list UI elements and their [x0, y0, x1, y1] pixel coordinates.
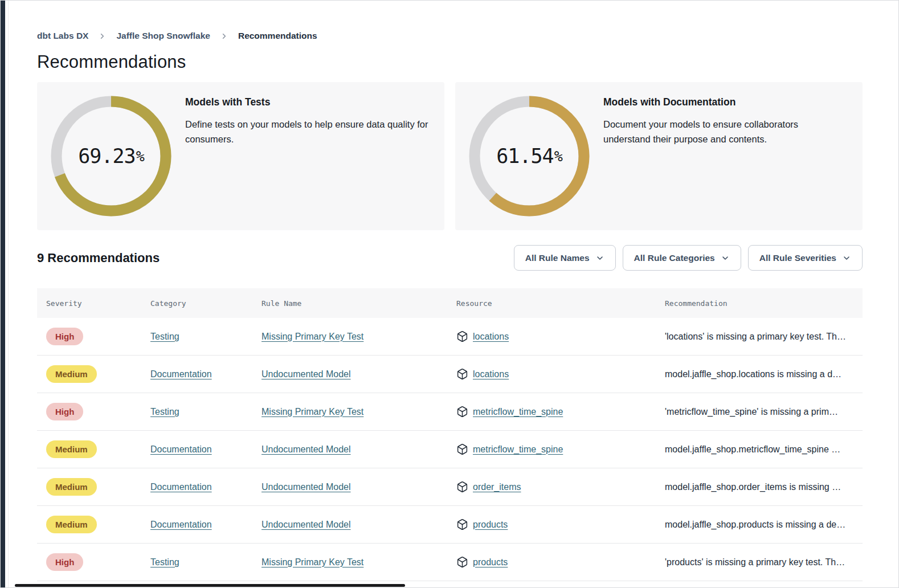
severity-badge: Medium — [46, 516, 97, 533]
category-link[interactable]: Testing — [150, 407, 179, 416]
recommendations-table: Severity Category Rule Name Resource Rec… — [37, 288, 863, 581]
category-link[interactable]: Testing — [150, 332, 179, 341]
recommendation-text: model.jaffle_shop.metricflow_time_spine … — [665, 444, 853, 455]
rule-name-link[interactable]: Undocumented Model — [261, 444, 351, 454]
card-title: Models with Tests — [185, 96, 431, 108]
card-text: Models with Documentation Document your … — [603, 82, 863, 147]
filter-rule-names[interactable]: All Rule Names — [514, 245, 616, 271]
card-description: Define tests on your models to help ensu… — [185, 117, 431, 147]
resource-link[interactable]: products — [473, 520, 508, 530]
recommendation-text: model.jaffle_shop.order_items is missing… — [665, 482, 853, 492]
severity-badge: Medium — [46, 440, 97, 458]
col-rule-name: Rule Name — [261, 299, 456, 308]
main-content: dbt Labs DX Jaffle Shop Snowflake Recomm… — [9, 31, 898, 581]
rule-name-link[interactable]: Missing Primary Key Test — [261, 557, 363, 567]
model-cube-icon — [456, 443, 468, 455]
breadcrumb-project[interactable]: dbt Labs DX — [37, 31, 88, 41]
breadcrumb: dbt Labs DX Jaffle Shop Snowflake Recomm… — [37, 31, 863, 41]
category-link[interactable]: Documentation — [150, 482, 212, 492]
donut-chart-documentation: 61.54% — [469, 96, 590, 217]
rule-name-link[interactable]: Undocumented Model — [261, 482, 351, 492]
card-description: Document your models to ensure collabora… — [603, 117, 817, 147]
breadcrumb-environment[interactable]: Jaffle Shop Snowflake — [116, 31, 210, 41]
severity-badge: High — [46, 403, 83, 420]
severity-badge: Medium — [46, 365, 97, 383]
card-text: Models with Tests Define tests on your m… — [185, 82, 444, 147]
donut-percent-label: 61.54% — [469, 96, 590, 217]
resource-link[interactable]: products — [473, 557, 508, 567]
col-resource: Resource — [456, 299, 665, 308]
model-cube-icon — [456, 330, 468, 342]
donut-chart-tests: 69.23% — [51, 96, 171, 217]
card-models-with-documentation: 61.54% Models with Documentation Documen… — [455, 82, 863, 230]
category-link[interactable]: Documentation — [150, 520, 212, 529]
severity-badge: High — [46, 328, 83, 345]
card-models-with-tests: 69.23% Models with Tests Define tests on… — [37, 82, 444, 230]
filter-rule-categories[interactable]: All Rule Categories — [623, 245, 741, 271]
filter-label: All Rule Severities — [759, 253, 836, 263]
model-cube-icon — [456, 556, 468, 568]
card-title: Models with Documentation — [603, 96, 849, 108]
category-link[interactable]: Testing — [150, 557, 179, 567]
breadcrumb-current: Recommendations — [238, 31, 317, 41]
resource-link[interactable]: locations — [473, 369, 509, 379]
resource-link[interactable]: order_items — [473, 482, 521, 492]
table-row: Medium Documentation Undocumented Model … — [37, 431, 863, 468]
chevron-right-icon — [220, 32, 228, 40]
recommendation-text: model.jaffle_shop.products is missing a … — [665, 520, 853, 530]
model-cube-icon — [456, 406, 468, 418]
sidebar-edge — [1, 1, 5, 587]
table-header: Severity Category Rule Name Resource Rec… — [37, 288, 863, 318]
col-recommendation: Recommendation — [665, 299, 853, 308]
col-severity: Severity — [46, 299, 150, 308]
col-category: Category — [150, 299, 261, 308]
filter-bar: All Rule Names All Rule Categories All R… — [514, 245, 863, 271]
table-row: Medium Documentation Undocumented Model … — [37, 506, 863, 544]
table-row: High Testing Missing Primary Key Test lo… — [37, 318, 863, 356]
resource-link[interactable]: metricflow_time_spine — [473, 444, 563, 455]
chevron-right-icon — [98, 32, 107, 40]
rule-name-link[interactable]: Undocumented Model — [261, 520, 351, 529]
model-cube-icon — [456, 518, 468, 530]
rule-name-link[interactable]: Undocumented Model — [261, 369, 351, 379]
page-title: Recommendations — [37, 52, 863, 72]
list-header: 9 Recommendations All Rule Names All Rul… — [37, 245, 863, 271]
table-row: High Testing Missing Primary Key Test me… — [37, 393, 863, 431]
category-link[interactable]: Documentation — [150, 444, 212, 454]
filter-label: All Rule Names — [525, 253, 590, 263]
recommendation-text: 'metricflow_time_spine' is missing a pri… — [665, 407, 853, 417]
horizontal-scrollbar-thumb[interactable] — [15, 584, 405, 587]
resource-link[interactable]: locations — [473, 332, 509, 342]
recommendation-text: 'products' is missing a primary key test… — [665, 557, 853, 567]
chevron-down-icon — [595, 254, 604, 263]
severity-badge: High — [46, 553, 83, 571]
model-cube-icon — [456, 368, 468, 380]
content-divider — [8, 1, 9, 587]
model-cube-icon — [456, 481, 468, 493]
recommendations-count: 9 Recommendations — [37, 251, 160, 266]
rule-name-link[interactable]: Missing Primary Key Test — [261, 332, 363, 341]
filter-label: All Rule Categories — [634, 253, 715, 263]
severity-badge: Medium — [46, 478, 97, 496]
recommendation-text: 'locations' is missing a primary key tes… — [665, 332, 853, 342]
resource-link[interactable]: metricflow_time_spine — [473, 407, 563, 417]
chevron-down-icon — [721, 254, 730, 263]
filter-rule-severities[interactable]: All Rule Severities — [748, 245, 863, 271]
category-link[interactable]: Documentation — [150, 369, 212, 379]
table-row: High Testing Missing Primary Key Test pr… — [37, 544, 863, 581]
metric-cards: 69.23% Models with Tests Define tests on… — [37, 82, 863, 230]
recommendation-text: model.jaffle_shop.locations is missing a… — [665, 369, 853, 379]
chevron-down-icon — [842, 254, 851, 263]
table-row: Medium Documentation Undocumented Model … — [37, 356, 863, 393]
table-row: Medium Documentation Undocumented Model … — [37, 468, 863, 506]
donut-percent-label: 69.23% — [51, 96, 171, 217]
rule-name-link[interactable]: Missing Primary Key Test — [261, 407, 363, 416]
